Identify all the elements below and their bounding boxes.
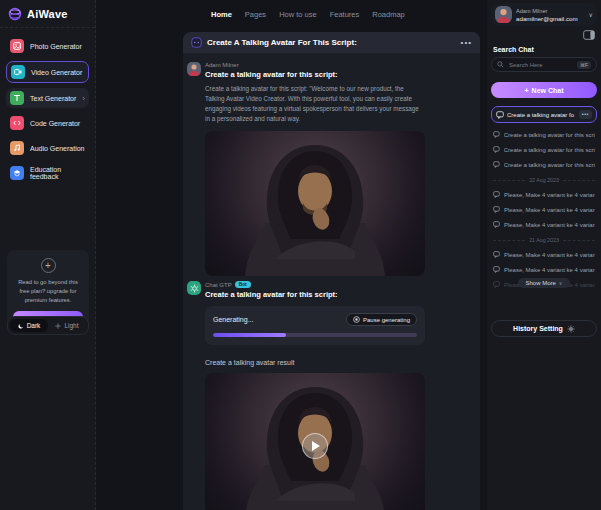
audio-icon — [10, 141, 24, 155]
history-item-label: Please, Make 4 variant ke 4 varian — [504, 207, 595, 213]
history-date: 22 Aug 2023 — [529, 177, 559, 183]
right-sidebar: Adam Milner adamilner@gmail.com ∨ Search… — [487, 0, 601, 510]
user-message: Adam Milner Create a talking avatar for … — [187, 62, 480, 276]
active-chat-item[interactable]: Create a talking avatar fo ••• — [491, 106, 597, 123]
history-item-label: Please, Make 4 variant ke 4 varian — [504, 252, 595, 258]
generating-panel: Generating... Pause generating — [205, 306, 425, 345]
sun-icon — [55, 323, 61, 329]
search-input[interactable] — [507, 61, 574, 69]
chat-bubble-icon — [191, 37, 202, 48]
sidebar-item-photo-generator[interactable]: Photo Generator — [6, 36, 89, 56]
sidebar-item-education-feedback[interactable]: Education feedback — [6, 163, 89, 183]
sidebar-item-label: Education feedback — [30, 166, 85, 180]
chevron-right-icon: › — [82, 94, 85, 103]
play-button[interactable] — [302, 433, 328, 459]
nav-how-to-use[interactable]: How to use — [279, 10, 317, 19]
history-setting-button[interactable]: History Setting — [491, 320, 597, 337]
generating-label: Generating... — [213, 316, 346, 323]
history-item-label: Please, Make 4 variant ke 4 varian — [504, 267, 595, 273]
light-label: Light — [64, 322, 78, 329]
code-icon — [10, 116, 24, 130]
chat-icon — [493, 221, 500, 228]
chat-icon — [493, 266, 500, 273]
active-chat-label: Create a talking avatar fo — [507, 112, 576, 118]
sidebar-item-code-generator[interactable]: Code Generator — [6, 113, 89, 133]
photo-icon — [10, 39, 24, 53]
sidebar-item-video-generator[interactable]: Video Generator — [6, 61, 89, 83]
history-item-label: Create a talking avatar for this scrip — [504, 162, 595, 168]
show-more-button[interactable]: Show More ∨ — [518, 278, 569, 288]
aiwave-logo-icon — [8, 7, 22, 21]
dark-label: Dark — [27, 322, 41, 329]
gear-icon — [567, 325, 575, 333]
chevron-down-icon: ∨ — [589, 11, 593, 18]
stop-icon — [353, 316, 360, 323]
history-item-label: Please, Make 4 variant ke 4 varian — [504, 222, 595, 228]
bot-badge: Bot — [235, 281, 251, 288]
chat-panel: Create A Talking Avatar For This Script:… — [183, 32, 480, 510]
chat-item-menu-button[interactable]: ••• — [579, 110, 592, 120]
chat-body: Adam Milner Create a talking avatar for … — [183, 53, 480, 510]
history-item[interactable]: Please, Make 4 variant ke 4 varian — [493, 206, 595, 213]
video-icon — [11, 65, 25, 79]
bot-avatar — [187, 281, 201, 295]
dark-mode-button[interactable]: Dark — [10, 319, 48, 332]
sidebar-item-label: Video Generator — [31, 69, 84, 76]
result-video-thumbnail — [205, 373, 425, 510]
history-item-label: Please, Make 4 variant ke 4 varian — [504, 192, 595, 198]
history-setting-label: History Setting — [513, 325, 563, 332]
history-item-label: Create a talking avatar for this scrip — [504, 147, 595, 153]
chat-icon — [493, 131, 500, 138]
aiwave-app: AiWave Photo Generator Video Generator T… — [0, 0, 601, 510]
bot-message-title: Create a talking avatar for this script: — [205, 290, 425, 299]
history-date: 21 Aug 2023 — [529, 237, 559, 243]
new-chat-label: New Chat — [532, 87, 564, 94]
light-mode-button[interactable]: Light — [48, 319, 86, 332]
search-chat-heading: Search Chat — [493, 46, 595, 53]
promo-text: Read to go beyond this free plan? upgrad… — [13, 278, 83, 305]
user-profile-card[interactable]: Adam Milner adamilner@gmail.com ∨ — [491, 3, 597, 26]
chat-title: Create A Talking Avatar For This Script: — [207, 38, 456, 47]
generator-menu: Photo Generator Video Generator Text Gen… — [0, 28, 95, 183]
message-title: Create a talking avatar for this script: — [205, 70, 425, 79]
sidebar-item-audio-generation[interactable]: Audio Generation — [6, 138, 89, 158]
user-message-content: Adam Milner Create a talking avatar for … — [205, 62, 425, 276]
history-item[interactable]: Create a talking avatar for this scrip — [493, 146, 595, 153]
text-icon — [10, 91, 24, 105]
sidebar-item-label: Photo Generator — [30, 43, 85, 50]
new-chat-button[interactable]: + New Chat — [491, 82, 597, 98]
result-label: Create a talking avatar result — [205, 359, 425, 366]
bot-message: Chat GTP Bot Create a talking avatar for… — [187, 281, 480, 510]
script-avatar-image — [205, 131, 425, 276]
sidebar-item-label: Code Generator — [30, 120, 85, 127]
pause-generating-button[interactable]: Pause generating — [346, 313, 417, 326]
profile-texts: Adam Milner adamilner@gmail.com — [516, 8, 585, 22]
nav-home[interactable]: Home — [211, 10, 232, 19]
play-icon — [312, 441, 320, 451]
sidebar-item-text-generator[interactable]: Text Generator › — [6, 88, 89, 108]
top-navigation: Home Pages How to use Features Roadmap — [211, 0, 405, 28]
history-item[interactable]: Create a talking avatar for this scrip — [493, 131, 595, 138]
chat-icon — [493, 206, 500, 213]
history-item[interactable]: Please, Make 4 variant ke 4 varian — [493, 221, 595, 228]
sidebar-item-label: Audio Generation — [30, 145, 85, 152]
progress-bar — [213, 333, 417, 337]
chat-icon — [493, 251, 500, 258]
chat-header: Create A Talking Avatar For This Script:… — [183, 32, 480, 53]
bot-author-row: Chat GTP Bot — [205, 281, 425, 288]
brand-name: AiWave — [27, 8, 68, 20]
sidebar-item-label: Text Generator — [30, 95, 76, 102]
nav-pages[interactable]: Pages — [245, 10, 266, 19]
brand[interactable]: AiWave — [0, 0, 95, 28]
history-item[interactable]: Please, Make 4 variant ke 4 varian — [493, 251, 595, 258]
chat-menu-button[interactable]: ••• — [461, 38, 472, 47]
nav-roadmap[interactable]: Roadmap — [372, 10, 405, 19]
history-item[interactable]: Please, Make 4 variant ke 4 varian — [493, 266, 595, 273]
history-item[interactable]: Please, Make 4 variant ke 4 varian — [493, 191, 595, 198]
nav-features[interactable]: Features — [330, 10, 360, 19]
history-item[interactable]: Create a talking avatar for this scrip — [493, 161, 595, 168]
profile-email: adamilner@gmail.com — [516, 15, 585, 22]
collapse-panel-icon[interactable] — [583, 30, 595, 40]
bot-author: Chat GTP — [205, 282, 232, 288]
search-box: ⌘F — [491, 57, 597, 72]
